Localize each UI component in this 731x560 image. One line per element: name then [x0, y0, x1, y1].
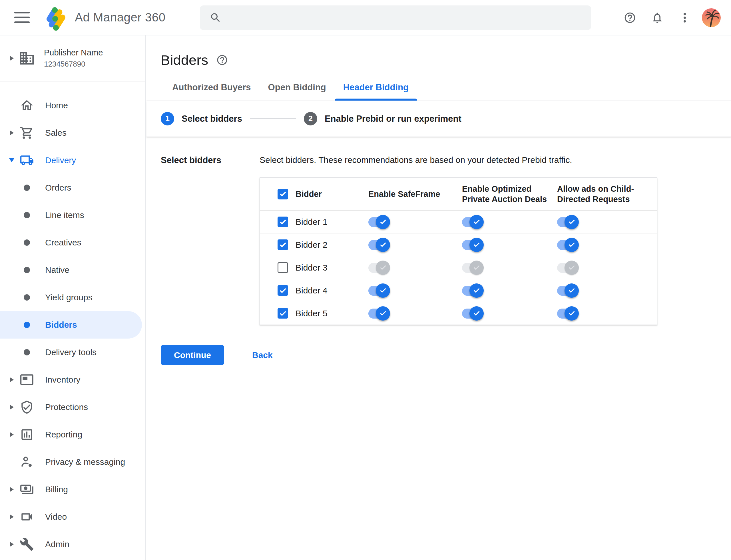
step-2[interactable]: 2Enable Prebid or run experiment [304, 112, 461, 125]
table-row-bidder-2: Bidder 2 [260, 233, 657, 256]
sidebar-item-creatives[interactable]: Creatives [0, 229, 145, 256]
step-connector [250, 118, 296, 119]
bullet-icon [24, 322, 30, 328]
chevron-right-icon [10, 514, 14, 519]
sidebar-item-bidders[interactable]: Bidders [0, 311, 142, 339]
tab-authorized-buyers[interactable]: Authorized Buyers [164, 82, 260, 101]
tab-open-bidding[interactable]: Open Bidding [260, 82, 335, 101]
step-1[interactable]: 1Select bidders [161, 112, 242, 125]
sidebar-item-reporting[interactable]: Reporting [0, 421, 145, 448]
column-header-safeframe: Enable SafeFrame [368, 189, 440, 199]
safeframe-toggle[interactable] [368, 214, 390, 230]
sidebar-item-label: Line items [45, 210, 84, 220]
sidebar-item-home[interactable]: Home [0, 92, 145, 119]
overflow-menu-button[interactable] [671, 4, 698, 31]
safeframe-toggle[interactable] [368, 237, 390, 253]
row-checkbox[interactable] [278, 217, 288, 227]
safeframe-toggle[interactable] [368, 260, 390, 276]
row-checkbox[interactable] [278, 308, 288, 319]
sidebar-item-label: Delivery tools [45, 347, 97, 357]
wrench-icon [20, 537, 34, 551]
child-directed-toggle[interactable] [557, 260, 579, 276]
chevron-right-icon [10, 56, 14, 61]
toggle-thumb [469, 283, 484, 298]
safeframe-toggle[interactable] [368, 283, 390, 299]
optimized-deals-toggle[interactable] [462, 237, 484, 253]
help-button[interactable] [616, 4, 644, 31]
search-bar[interactable] [200, 5, 591, 30]
toggle-thumb [564, 238, 579, 252]
sidebar-item-privacy-messaging[interactable]: Privacy & messaging [0, 448, 145, 476]
row-checkbox[interactable] [278, 262, 288, 273]
child-directed-toggle[interactable] [557, 305, 579, 321]
notifications-button[interactable] [644, 4, 671, 31]
optimized-deals-toggle[interactable] [462, 214, 484, 230]
palm-tree-avatar-image [702, 8, 721, 27]
truck-icon [20, 153, 34, 167]
sidebar-item-admin[interactable]: Admin [0, 531, 145, 558]
continue-button[interactable]: Continue [161, 345, 224, 365]
sidebar-item-label: Orders [45, 183, 71, 193]
table-row-bidder-1: Bidder 1 [260, 210, 657, 233]
bullet-icon [24, 185, 30, 191]
select-all-checkbox[interactable] [278, 189, 288, 199]
sidebar-item-delivery-tools[interactable]: Delivery tools [0, 339, 145, 366]
tab-label: Authorized Buyers [172, 82, 251, 93]
step-label: Select bidders [182, 114, 242, 124]
sidebar-item-sales[interactable]: Sales [0, 119, 145, 147]
child-directed-toggle[interactable] [557, 214, 579, 230]
top-app-bar: Ad Manager 360 [0, 0, 731, 35]
account-avatar[interactable] [702, 8, 721, 27]
child-directed-toggle[interactable] [557, 237, 579, 253]
optimized-deals-toggle[interactable] [462, 260, 484, 276]
optimized-deals-toggle[interactable] [462, 283, 484, 299]
help-icon [624, 11, 636, 24]
sidebar-item-label: Video [45, 512, 67, 522]
sidebar-item-orders[interactable]: Orders [0, 174, 145, 201]
tab-header-bidding[interactable]: Header Bidding [335, 82, 417, 101]
step-label: Enable Prebid or run experiment [325, 114, 461, 124]
column-header-optimized-deals: Enable Optimized Private Auction Deals [462, 184, 547, 204]
back-link[interactable]: Back [252, 350, 273, 360]
payments-icon [20, 482, 34, 497]
optimized-deals-toggle[interactable] [462, 305, 484, 321]
page-help-button[interactable] [216, 54, 228, 66]
help-icon [216, 54, 228, 66]
toggle-thumb [469, 215, 484, 229]
bullet-icon [24, 294, 30, 301]
search-input[interactable] [229, 13, 571, 23]
publisher-account-switcher[interactable]: Publisher Name 1234567890 [0, 35, 145, 81]
toggle-thumb [376, 238, 390, 252]
brand: Ad Manager 360 [42, 4, 166, 31]
sidebar-item-billing[interactable]: Billing [0, 476, 145, 503]
table-row-bidder-3: Bidder 3 [260, 256, 657, 279]
sidebar-item-native[interactable]: Native [0, 256, 145, 284]
sidebar-item-label: Reporting [45, 430, 82, 439]
menu-icon[interactable] [14, 12, 30, 23]
sidebar-item-video[interactable]: Video [0, 503, 145, 531]
sidebar-item-inventory[interactable]: Inventory [0, 366, 145, 393]
step-number-badge: 1 [161, 112, 174, 125]
bullet-icon [24, 239, 30, 246]
sidebar-item-yield-groups[interactable]: Yield groups [0, 284, 145, 311]
chevron-down-icon [9, 158, 14, 162]
table-row-bidder-4: Bidder 4 [260, 279, 657, 302]
toggle-thumb [564, 215, 579, 229]
child-directed-toggle[interactable] [557, 283, 579, 299]
safeframe-toggle[interactable] [368, 305, 390, 321]
search-icon [210, 12, 222, 24]
sidebar-item-protections[interactable]: Protections [0, 393, 145, 421]
building-icon [18, 50, 35, 67]
tab-label: Open Bidding [268, 82, 326, 93]
row-checkbox[interactable] [278, 285, 288, 296]
home-icon [20, 98, 34, 113]
sidebar-item-delivery[interactable]: Delivery [0, 147, 145, 174]
bidder-name: Bidder 4 [296, 286, 328, 295]
toggle-thumb [469, 238, 484, 252]
sidebar-item-line-items[interactable]: Line items [0, 201, 145, 229]
sidebar-item-label: Sales [45, 128, 67, 138]
row-checkbox[interactable] [278, 239, 288, 250]
publisher-name: Publisher Name [44, 48, 103, 57]
toggle-thumb [376, 215, 390, 229]
ad-unit-icon [20, 373, 34, 387]
